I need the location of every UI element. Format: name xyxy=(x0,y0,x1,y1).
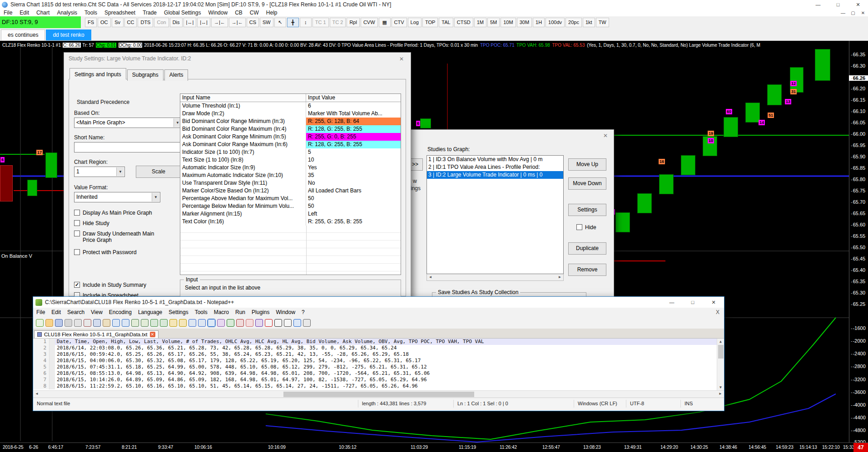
input-value-header[interactable]: Input Value xyxy=(306,94,337,102)
toolbar-button[interactable]: FS xyxy=(85,18,97,27)
menu-item[interactable]: Search xyxy=(64,309,88,315)
toolbar-icon[interactable] xyxy=(169,319,177,327)
editor-line[interactable]: 7 2018/6/15, 10:14:26.0, 64.89, 65.09, 6… xyxy=(33,377,724,383)
toolbar-icon[interactable] xyxy=(303,319,311,327)
settings-tab[interactable]: Alerts xyxy=(164,69,188,81)
scrollbar-thumb[interactable] xyxy=(283,392,474,397)
toolbar-button[interactable]: Dis xyxy=(170,18,183,27)
toolbar-icon[interactable] xyxy=(93,319,101,327)
editor-line[interactable]: 6 2018/6/15, 08:55:13.0, 64.98, 65.13, 6… xyxy=(33,370,724,377)
input-row[interactable]: Automatic Indicator Size (In:9) Yes xyxy=(180,164,401,172)
toolbar-icon[interactable] xyxy=(236,319,244,327)
toolbar-icon[interactable] xyxy=(217,319,225,327)
menu-item[interactable]: File xyxy=(33,309,48,315)
toolbar-button[interactable]: |↔| xyxy=(184,18,197,27)
toolbar-icon[interactable] xyxy=(293,319,301,327)
menu-item[interactable]: ? xyxy=(298,309,308,315)
toolbar-button[interactable]: CTV xyxy=(392,18,407,27)
toolbar-button[interactable]: →|← xyxy=(229,18,246,27)
toolbar-button[interactable]: 1M xyxy=(474,18,486,27)
move-up-button[interactable]: Move Up xyxy=(568,158,606,171)
toolbar-button[interactable]: 1H xyxy=(533,18,545,27)
menu-item[interactable]: Edit xyxy=(16,10,33,16)
input-name-header[interactable]: Input Name xyxy=(180,94,306,102)
minimize-button[interactable]: — xyxy=(661,300,682,305)
editor-line[interactable]: 2 2018/6/14, 22:03:08.0, 65.26, 65.36, 6… xyxy=(33,345,724,351)
toolbar-button[interactable]: TOP xyxy=(422,18,438,27)
duplicate-button[interactable]: Duplicate xyxy=(568,242,606,255)
horizontal-scrollbar[interactable]: ◄ ► xyxy=(33,390,724,398)
toolbar-button[interactable]: ↕ xyxy=(300,18,312,27)
menu-item[interactable]: Analysis xyxy=(53,10,81,16)
toolbar-icon[interactable] xyxy=(64,319,72,327)
settings-checkbox[interactable]: Draw Study Underneath Main Price Graph xyxy=(74,231,162,243)
toolbar-button[interactable]: DTS xyxy=(138,18,153,27)
toolbar-icon[interactable] xyxy=(131,319,139,327)
menu-item[interactable]: Tools xyxy=(81,10,101,16)
toolbar-icon[interactable] xyxy=(45,319,53,327)
toolbar-icon[interactable] xyxy=(84,319,91,327)
menu-item[interactable]: Global Settings xyxy=(160,10,204,16)
input-row[interactable]: Use Transparent Draw Style (In:11) No xyxy=(180,179,401,187)
toolbar-button[interactable]: TAL xyxy=(439,18,453,27)
checkbox-box[interactable] xyxy=(74,282,80,288)
document-tab[interactable]: CLU18 Flex Renko 10-5-1 #1_GraphData.txt… xyxy=(34,330,159,338)
input-row[interactable]: Volume Threshold (In:1) 6 xyxy=(180,102,401,110)
maximize-button[interactable]: □ xyxy=(682,300,703,305)
toolbar-button[interactable]: ▦ xyxy=(379,18,391,27)
study-list-item[interactable]: 2 | ID:1 TPO Value Area Lines - Profile … xyxy=(427,163,563,171)
menu-item[interactable]: Help xyxy=(263,10,281,16)
settings-checkbox[interactable]: Hide Study xyxy=(74,220,109,226)
toolbar-button[interactable]: 30M xyxy=(517,18,532,27)
line-text[interactable]: 2018/6/15, 08:55:13.0, 64.98, 65.13, 64.… xyxy=(55,370,724,377)
toolbar-button[interactable]: CTSD xyxy=(454,18,473,27)
line-text[interactable]: 2018/6/15, 04:00:06.0, 65.30, 65.32, 65.… xyxy=(55,358,724,364)
toolbar-icon[interactable] xyxy=(274,319,282,327)
checkbox-box[interactable] xyxy=(74,210,80,216)
editor-line[interactable]: 5 2018/6/15, 07:45:31.1, 65.18, 65.25, 6… xyxy=(33,364,724,370)
toolbar-icon[interactable] xyxy=(55,319,63,327)
checkbox-box[interactable] xyxy=(74,231,80,236)
scroll-down-icon[interactable]: ▼ xyxy=(717,385,724,389)
input-row[interactable]: Ask Dominant Color Range Maximum (In:6) … xyxy=(180,141,401,148)
toolbar-button[interactable]: 10M xyxy=(501,18,516,27)
menu-item[interactable]: Macro xyxy=(211,309,232,315)
remove-button[interactable]: Remove xyxy=(568,264,606,276)
based-on-dropdown[interactable]: <Main Price Graph> ▼ xyxy=(74,118,182,128)
editor-line[interactable]: 4 2018/6/15, 04:00:06.0, 65.30, 65.32, 6… xyxy=(33,358,724,364)
checkbox-box[interactable] xyxy=(576,224,582,230)
input-row[interactable]: Bid Dominant Color Range Maximum (In:4) … xyxy=(180,125,401,133)
scroll-right-icon[interactable]: ► xyxy=(717,391,724,398)
scroll-left-icon[interactable]: ◄ xyxy=(427,274,434,280)
scroll-up-icon[interactable]: ▲ xyxy=(717,339,724,344)
toolbar-icon[interactable] xyxy=(208,319,215,327)
menu-item[interactable]: Settings xyxy=(165,309,191,315)
menu-item[interactable]: File xyxy=(0,10,16,16)
input-row[interactable]: Indicator Size (1 to 100) (In:7) 5 xyxy=(180,148,401,156)
move-down-button[interactable]: Move Down xyxy=(568,177,606,190)
settings-checkbox[interactable]: Protect with Password xyxy=(74,249,137,255)
editor-area[interactable]: 1 Date, Time, Open, High, Low, Last, Vol… xyxy=(33,339,724,390)
menu-item[interactable]: Window xyxy=(204,10,231,16)
toolbar-icon[interactable] xyxy=(103,319,110,327)
line-text[interactable]: 2018/6/15, 00:59:42.0, 65.25, 65.26, 65.… xyxy=(55,351,724,358)
input-row[interactable]: Bid Dominant Color Range Minimum (In:3) … xyxy=(180,118,401,125)
menu-item[interactable]: Chart xyxy=(33,10,53,16)
toolbar-button[interactable]: Con xyxy=(154,18,169,27)
checkbox-box[interactable] xyxy=(74,220,80,226)
toolbar-button[interactable]: 100dv xyxy=(546,18,565,27)
study-list-item[interactable]: 3 | ID:2 Large Volume Trade Indicator | … xyxy=(427,171,563,179)
minimize-button[interactable]: — xyxy=(808,2,828,8)
editor-line[interactable]: 1 Date, Time, Open, High, Low, Last, Vol… xyxy=(33,339,724,345)
close-button[interactable]: ✕ xyxy=(848,2,868,8)
toolbar-button[interactable]: TC 2 xyxy=(330,18,346,27)
input-row[interactable]: Marker Color/Size Based On (In:12) All L… xyxy=(180,187,401,195)
mdi-restore-button[interactable]: ▢ xyxy=(848,10,858,15)
toolbar-button[interactable]: ↖ xyxy=(274,18,286,27)
time-axis[interactable]: 2018-6-256-266:45:177:23:578:21:219:33:4… xyxy=(0,442,868,452)
line-text[interactable]: 2018/6/15, 07:45:31.1, 65.18, 65.25, 64.… xyxy=(55,364,724,370)
bookmark-margin[interactable] xyxy=(50,339,55,345)
toolbar-icon[interactable] xyxy=(160,319,168,327)
toolbar-button[interactable]: CS xyxy=(247,18,259,27)
doc-close-button[interactable]: X xyxy=(716,309,719,315)
